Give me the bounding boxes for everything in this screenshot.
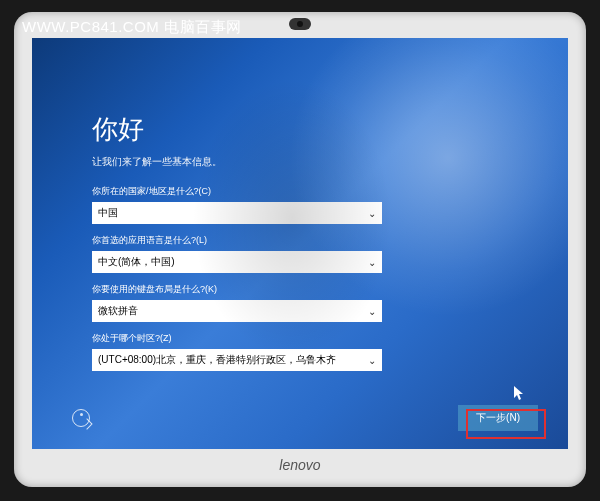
screen: 你好 让我们来了解一些基本信息。 你所在的国家/地区是什么?(C) 中国 ⌄ 你… (32, 38, 568, 449)
page-title: 你好 (92, 112, 528, 147)
country-select[interactable]: 中国 ⌄ (92, 202, 382, 224)
chevron-down-icon: ⌄ (368, 208, 376, 219)
keyboard-value: 微软拼音 (98, 304, 138, 318)
page-subtitle: 让我们来了解一些基本信息。 (92, 155, 528, 169)
next-button[interactable]: 下一步(N) (458, 405, 538, 431)
bottom-bar: 下一步(N) (72, 405, 538, 431)
language-label: 你首选的应用语言是什么?(L) (92, 234, 528, 247)
timezone-select[interactable]: (UTC+08:00)北京，重庆，香港特别行政区，乌鲁木齐 ⌄ (92, 349, 382, 371)
field-keyboard: 你要使用的键盘布局是什么?(K) 微软拼音 ⌄ (92, 283, 528, 322)
timezone-value: (UTC+08:00)北京，重庆，香港特别行政区，乌鲁木齐 (98, 353, 336, 367)
timezone-label: 你处于哪个时区?(Z) (92, 332, 528, 345)
oobe-panel: 你好 让我们来了解一些基本信息。 你所在的国家/地区是什么?(C) 中国 ⌄ 你… (92, 112, 528, 381)
language-select[interactable]: 中文(简体，中国) ⌄ (92, 251, 382, 273)
country-label: 你所在的国家/地区是什么?(C) (92, 185, 528, 198)
field-language: 你首选的应用语言是什么?(L) 中文(简体，中国) ⌄ (92, 234, 528, 273)
laptop-brand: lenovo (279, 457, 320, 473)
language-value: 中文(简体，中国) (98, 255, 175, 269)
watermark: WWW.PC841.COM 电脑百事网 (22, 18, 242, 37)
chevron-down-icon: ⌄ (368, 306, 376, 317)
keyboard-select[interactable]: 微软拼音 ⌄ (92, 300, 382, 322)
keyboard-label: 你要使用的键盘布局是什么?(K) (92, 283, 528, 296)
webcam (289, 18, 311, 30)
chevron-down-icon: ⌄ (368, 355, 376, 366)
laptop-bezel: 你好 让我们来了解一些基本信息。 你所在的国家/地区是什么?(C) 中国 ⌄ 你… (14, 12, 586, 487)
ease-of-access-icon[interactable] (72, 409, 90, 427)
field-timezone: 你处于哪个时区?(Z) (UTC+08:00)北京，重庆，香港特别行政区，乌鲁木… (92, 332, 528, 371)
chevron-down-icon: ⌄ (368, 257, 376, 268)
country-value: 中国 (98, 206, 118, 220)
field-country: 你所在的国家/地区是什么?(C) 中国 ⌄ (92, 185, 528, 224)
mouse-cursor-icon (514, 386, 524, 400)
